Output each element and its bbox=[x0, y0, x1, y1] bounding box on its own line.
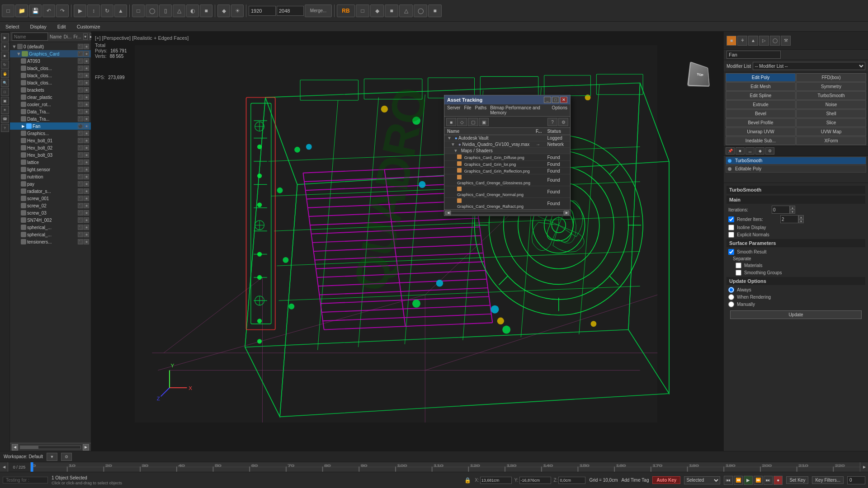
save-icon[interactable]: 💾 bbox=[29, 5, 42, 17]
freeze-flag[interactable]: ★ bbox=[84, 152, 89, 158]
vis-flag[interactable]: ⚫ bbox=[78, 167, 83, 172]
tree-item-black-clos2[interactable]: black_clos... ⚫★ bbox=[10, 72, 91, 79]
filter-icon[interactable]: ▼ bbox=[1, 42, 9, 51]
auto-key-btn[interactable]: Auto Key bbox=[652, 476, 680, 484]
plugin-icon3[interactable]: ■ bbox=[385, 5, 398, 17]
tree-item-screw-03[interactable]: screw_03 ⚫★ bbox=[10, 209, 91, 216]
scale-icon[interactable]: ▲ bbox=[114, 5, 127, 17]
freeze-flag[interactable]: ★ bbox=[84, 131, 89, 136]
redo-icon[interactable]: ↷ bbox=[56, 5, 69, 17]
asset-row-lor[interactable]: Graphics_Card_Grin_lor.png Found bbox=[444, 161, 570, 168]
make-unique-btn[interactable]: ◆ bbox=[755, 147, 764, 155]
tree-item-nutrition[interactable]: nutrition ⚫★ bbox=[10, 173, 91, 180]
restore-btn[interactable]: □ bbox=[552, 97, 559, 103]
vis-flag[interactable]: ⚫ bbox=[78, 80, 83, 85]
smooth-result-checkbox[interactable] bbox=[728, 249, 734, 255]
material-icon[interactable]: ◆ bbox=[217, 5, 230, 17]
freeze-flag[interactable]: ★ bbox=[84, 232, 89, 237]
tree-item-data-tra2[interactable]: Data_Tra... ⚫★ bbox=[10, 115, 91, 122]
materials-checkbox[interactable] bbox=[736, 263, 741, 268]
extrude-btn[interactable]: Extrude bbox=[726, 100, 796, 109]
play-btn[interactable]: ▶ bbox=[744, 476, 753, 485]
menu-edit[interactable]: Edit bbox=[56, 23, 68, 30]
workspace-dropdown-btn[interactable]: ▼ bbox=[47, 453, 57, 461]
tree-item-cooler-rot[interactable]: cooler_rot... ⚫★ bbox=[10, 101, 91, 108]
vis-flag[interactable]: ⚫ bbox=[78, 203, 83, 208]
plugin-icon4[interactable]: △ bbox=[399, 5, 413, 17]
iterations-down-btn[interactable]: ▼ bbox=[790, 210, 795, 214]
at-scroll-track[interactable] bbox=[451, 211, 564, 215]
uvw-map-btn[interactable]: UVW Map bbox=[796, 127, 866, 136]
freeze-flag[interactable]: ★ bbox=[84, 44, 89, 49]
at-help-btn[interactable]: ? bbox=[547, 118, 557, 126]
at-menu-bitmap[interactable]: Bitmap Performance and Memory bbox=[490, 105, 548, 115]
freeze-flag[interactable]: ★ bbox=[84, 181, 89, 187]
tree-item-graphics[interactable]: Graphics... ⚫★ bbox=[10, 130, 91, 137]
modify-icon[interactable]: ⚘ bbox=[737, 36, 747, 46]
plugin-icon1[interactable]: □ bbox=[356, 5, 369, 17]
edit-mesh-btn[interactable]: Edit Mesh bbox=[726, 82, 796, 91]
navcube-box[interactable]: TOP bbox=[687, 61, 710, 87]
cylinder-icon[interactable]: ▯ bbox=[159, 5, 172, 17]
zoom-icon[interactable]: 🔍 bbox=[1, 79, 9, 87]
noise-btn[interactable]: Noise bbox=[796, 100, 866, 109]
move-icon[interactable]: ↕ bbox=[87, 5, 100, 17]
tree-item-data-tra1[interactable]: Data_Tra... ⚫★ bbox=[10, 108, 91, 115]
at-remove-btn[interactable]: ◇ bbox=[457, 118, 467, 126]
stack-turbosmooth[interactable]: TurboSmooth bbox=[726, 157, 866, 164]
freeze-flag[interactable]: ★ bbox=[84, 80, 89, 85]
edit-poly-btn[interactable]: Edit Poly bbox=[726, 73, 796, 82]
asset-row-glossiness[interactable]: Graphics_Card_Orenge_Glossiness.png Foun… bbox=[444, 174, 570, 186]
record-btn[interactable]: ● bbox=[774, 476, 783, 485]
manually-radio[interactable] bbox=[728, 301, 734, 307]
freeze-flag[interactable]: ★ bbox=[84, 174, 89, 179]
freeze-flag[interactable]: ★ bbox=[84, 225, 89, 230]
freeze-flag[interactable]: ★ bbox=[84, 116, 89, 122]
menu-select[interactable]: Select bbox=[4, 23, 21, 30]
tree-item-screw-02[interactable]: screw_02 ⚫★ bbox=[10, 202, 91, 209]
at-menu-paths[interactable]: Paths bbox=[475, 105, 487, 115]
minimize-btn[interactable]: _ bbox=[544, 97, 551, 103]
new-file-icon[interactable]: □ bbox=[2, 5, 14, 17]
at-add-btn[interactable]: ■ bbox=[446, 118, 456, 126]
vis-flag[interactable]: ⚫ bbox=[78, 102, 83, 107]
smoothing-groups-checkbox[interactable] bbox=[736, 270, 741, 276]
freeze-flag[interactable]: ★ bbox=[84, 87, 89, 93]
vis-flag[interactable]: ⚫ bbox=[78, 145, 83, 150]
plugin-icon5[interactable]: ◯ bbox=[414, 5, 427, 17]
timeline-prev-btn[interactable]: ◀ bbox=[0, 462, 8, 472]
vis-flag[interactable]: ⚫ bbox=[78, 181, 83, 187]
vis-flag[interactable]: ⚫ bbox=[78, 109, 83, 114]
edit-spline-btn[interactable]: Edit Spline bbox=[726, 91, 796, 100]
vis-flag[interactable]: ⚫ bbox=[78, 51, 83, 56]
utilities-icon[interactable]: ⚒ bbox=[781, 36, 791, 46]
hierarchy-icon[interactable]: ▲ bbox=[748, 36, 758, 46]
stack-config-btn[interactable]: ■ bbox=[736, 147, 745, 155]
max-viewport-icon[interactable]: ▣ bbox=[1, 97, 9, 105]
cone-icon[interactable]: △ bbox=[173, 5, 185, 17]
orbit-icon[interactable]: ↻ bbox=[1, 61, 9, 69]
freeze-flag[interactable]: ★ bbox=[84, 138, 89, 143]
render-iters-checkbox[interactable] bbox=[728, 216, 734, 222]
explicit-normals-checkbox[interactable] bbox=[728, 232, 734, 238]
at-scroll-right[interactable]: ▶ bbox=[564, 211, 569, 215]
zoom-region-icon[interactable]: □ bbox=[1, 88, 9, 96]
tree-item-tensioners[interactable]: tensioners... ⚫★ bbox=[10, 238, 91, 245]
at-menu-options[interactable]: Options bbox=[552, 105, 567, 115]
asset-table-container[interactable]: Name F... Status ▼ ● Autodesk Vault bbox=[444, 128, 570, 209]
select-by-icon[interactable]: ▶ bbox=[1, 33, 9, 42]
freeze-flag[interactable]: ★ bbox=[84, 210, 89, 216]
z-input[interactable] bbox=[558, 477, 585, 484]
vis-flag[interactable]: ⚫ bbox=[78, 160, 83, 165]
tree-item-hex-bolt-03[interactable]: Hex_bolt_03 ⚫★ bbox=[10, 151, 91, 159]
scene-search-input[interactable] bbox=[12, 33, 48, 41]
motion-icon[interactable]: ▷ bbox=[759, 36, 769, 46]
vis-flag[interactable]: ⚫ bbox=[78, 131, 83, 136]
at-settings-btn[interactable]: ⚙ bbox=[558, 118, 568, 126]
pan-icon[interactable]: 🖐 bbox=[1, 70, 9, 78]
configure-buttons-btn[interactable]: ⚙ bbox=[765, 147, 774, 155]
tree-item-sn74h[interactable]: SN74H_002 ⚫★ bbox=[10, 216, 91, 224]
vis-flag[interactable]: ⚫ bbox=[78, 188, 83, 194]
help-icon[interactable]: ? bbox=[1, 124, 9, 132]
rotate-icon[interactable]: ↻ bbox=[101, 5, 113, 17]
